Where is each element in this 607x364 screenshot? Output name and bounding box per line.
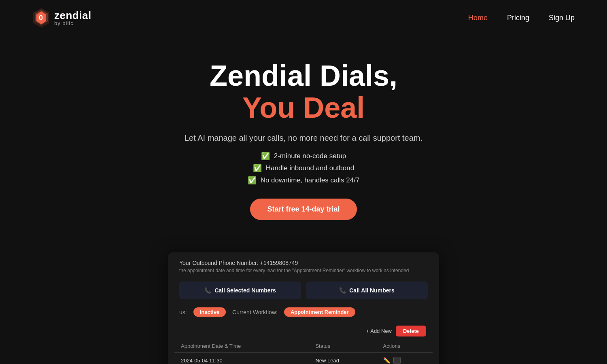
navbar: 0 zendial by bilic Home Pricing Sign Up [0, 0, 607, 36]
table-header-row: Appointment Date & Time Status Actions [174, 340, 433, 353]
call-all-button[interactable]: 📞 Call All Numbers [306, 281, 428, 299]
workflow-badge: Appointment Reminder [284, 307, 355, 317]
logo-text: zendial by bilic [54, 10, 91, 26]
table-area: + Add New Delete Appointment Date & Time… [174, 322, 433, 364]
row-checkbox[interactable] [393, 357, 401, 364]
cell-actions: ✏️ [377, 353, 433, 364]
phone-sub-text: the appointment date and time for every … [179, 268, 428, 273]
hero-subtitle: Let AI manage all your calls, no more ne… [32, 133, 575, 143]
logo[interactable]: 0 zendial by bilic [32, 7, 91, 28]
hero-title-line2: You Deal [32, 92, 575, 124]
table-row: 2024-05-04 11:30New Lead✏️ [174, 353, 433, 364]
call-buttons-row: 📞 Call Selected Numbers 📞 Call All Numbe… [168, 275, 439, 304]
svg-text:0: 0 [39, 14, 43, 22]
check-icon-1: ✅ [261, 152, 270, 161]
dashboard-card: Your Outbound Phone Number: +14159808749… [168, 252, 439, 364]
col-actions: Actions [377, 340, 433, 353]
feature-text-3: No downtime, handles calls 24/7 [261, 176, 360, 184]
phone-icon-2: 📞 [339, 287, 346, 294]
nav-signup[interactable]: Sign Up [549, 14, 575, 22]
workflow-label-text: Current Workflow: [232, 309, 278, 315]
logo-icon: 0 [32, 7, 50, 28]
status-bar: us: Inactive Current Workflow: Appointme… [168, 304, 439, 322]
phone-icon-1: 📞 [204, 287, 211, 294]
edit-button[interactable]: ✏️ [383, 357, 390, 364]
leads-table: Appointment Date & Time Status Actions 2… [174, 340, 433, 364]
status-label-text: us: [179, 309, 187, 315]
hero-section: Zendial Dials, You Deal Let AI manage al… [0, 36, 607, 236]
nav-pricing[interactable]: Pricing [507, 14, 529, 22]
nav-home[interactable]: Home [468, 14, 488, 22]
feature-text-2: Handle inbound and outbond [266, 164, 354, 172]
feature-item-1: ✅ 2-minute no-code setup [261, 152, 346, 161]
delete-button[interactable]: Delete [396, 326, 426, 336]
hero-title-line1: Zendial Dials, [32, 60, 575, 92]
col-date: Appointment Date & Time [174, 340, 309, 353]
dashboard-preview: Your Outbound Phone Number: +14159808749… [0, 252, 607, 364]
feature-text-1: 2-minute no-code setup [274, 152, 346, 160]
feature-item-2: ✅ Handle inbound and outbond [253, 164, 354, 173]
table-toolbar: + Add New Delete [174, 322, 433, 340]
cell-status: New Lead [309, 353, 376, 364]
nav-links: Home Pricing Sign Up [468, 14, 575, 22]
cta-button[interactable]: Start free 14-day trial [250, 199, 357, 220]
add-new-button[interactable]: + Add New [366, 328, 392, 334]
inactive-badge: Inactive [193, 307, 226, 317]
dashboard-phone-info: Your Outbound Phone Number: +14159808749… [168, 252, 439, 275]
check-icon-3: ✅ [248, 176, 257, 185]
feature-item-3: ✅ No downtime, handles calls 24/7 [248, 176, 360, 185]
cell-date: 2024-05-04 11:30 [174, 353, 309, 364]
check-icon-2: ✅ [253, 164, 262, 173]
call-selected-button[interactable]: 📞 Call Selected Numbers [179, 281, 301, 299]
phone-number-label: Your Outbound Phone Number: +14159808749 [179, 260, 428, 266]
features-list: ✅ 2-minute no-code setup ✅ Handle inboun… [32, 152, 575, 185]
col-status: Status [309, 340, 376, 353]
